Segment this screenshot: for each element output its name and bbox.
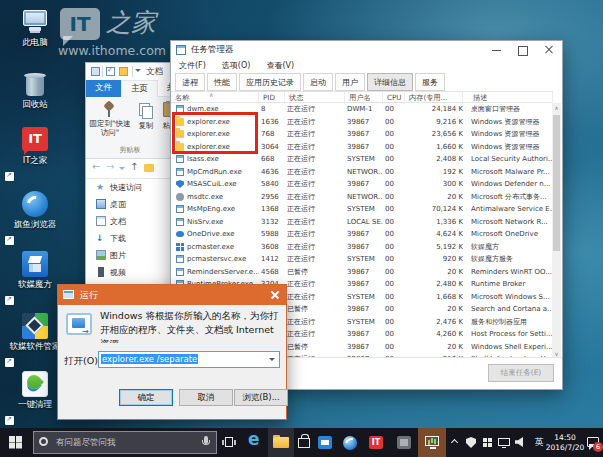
task-manager-button-active[interactable] [418,428,446,457]
menu-选项(O)[interactable]: 选项(O) [214,59,259,72]
copy-button[interactable]: 复制 [132,121,160,131]
cell-5: 20 K [407,266,463,279]
process-row[interactable]: NisSrv.exe3132正在运行LOCAL SE...001,336 KMi… [171,216,553,229]
desktop-icon-recycle-bin[interactable]: 回收站 [4,70,66,126]
sidebar-item-download[interactable]: 下载 [86,230,170,247]
scrollbar-thumb[interactable] [553,115,560,251]
maximize-button[interactable] [510,41,536,59]
minimize-button[interactable] [484,41,510,59]
windows-logo-icon [9,436,15,442]
ithome-icon: IT [369,436,383,449]
desktop-icon-label: IT之家 [4,156,66,165]
taskbar: 有问题尽管问我 IT 英 14:50 2016/7/20 6 [0,428,603,457]
copy-icon [139,103,152,117]
pin-to-quick-access-button[interactable]: 固定到"快速访问" [88,119,132,137]
tab-进程[interactable]: 进程 [175,73,205,91]
desktop-icon-ithome[interactable]: ITIT之家 [4,126,66,182]
defender-tray-icon[interactable] [463,428,479,457]
close-icon[interactable] [264,285,286,305]
hidden-icons-chevron[interactable] [450,428,462,457]
cell-2: 已暂停 [287,266,345,279]
cortana-search-box[interactable]: 有问题尽管问我 [33,431,217,454]
desktop-icon-fish-browser[interactable]: 旗鱼浏览器 [4,190,66,246]
close-button[interactable] [536,41,562,59]
sidebar-item-videos[interactable]: 视频 [86,264,170,281]
cell-4: 00 [385,266,405,279]
cell-6: Microsoft 分布式事务... [471,191,553,204]
process-row[interactable]: MsMpEng.exe1368正在运行SYSTEM0070,124 KAntim… [171,203,553,216]
sidebar-item-document[interactable]: 文档 [86,213,170,230]
sidebar-item-pictures[interactable]: 图片 [86,247,170,264]
app-gray-button[interactable] [392,428,416,457]
run-dialog-title: 运行 [80,289,98,302]
tab-应用历史记录[interactable]: 应用历史记录 [239,73,301,91]
task-view-button[interactable] [218,428,242,457]
process-name: MSASCuiL.exe [187,178,259,191]
window-process-icon [176,205,184,213]
scroll-up-arrow-icon[interactable] [552,103,561,113]
ok-button[interactable]: 确定 [119,389,173,406]
tab-启动[interactable]: 启动 [303,73,333,91]
scrollbar[interactable] [552,103,561,359]
cancel-button[interactable]: 取消 [179,389,233,406]
cell-5: 23,656 K [407,128,463,141]
network-tray-icon[interactable] [495,428,513,457]
cell-1: 2956 [261,191,285,204]
tab-用户[interactable]: 用户 [335,73,365,91]
process-row[interactable]: pcmastersvc.exe1412正在运行SYSTEM00920 K软媒魔方… [171,253,553,266]
qat-properties-icon[interactable] [106,67,115,76]
browse-button[interactable]: 浏览(B)... [234,389,288,406]
process-row[interactable]: MSASCuiL.exe5840正在运行3986700300 KWindows … [171,178,553,191]
cell-2: 正在运行 [287,191,345,204]
cell-name: pcmaster.exe [173,241,259,254]
run-dialog-titlebar[interactable]: 运行 [58,285,286,305]
back-arrow-icon[interactable] [92,161,100,172]
tab-详细信息[interactable]: 详细信息 [367,73,413,91]
qat-file-icon[interactable] [91,67,100,76]
file-explorer-button[interactable] [268,428,294,457]
volume-tray-icon[interactable] [513,428,531,457]
sidebar-item-star[interactable]: 快速访问 [86,179,170,196]
end-task-button[interactable]: 结束任务(E) [488,364,554,382]
cell-3: 39867 [347,128,383,141]
explorer-tab-主页[interactable]: 主页 [121,80,158,97]
store-button[interactable] [294,428,314,457]
process-row[interactable]: msdtc.exe2956正在运行NETWOR...0020 KMicrosof… [171,191,553,204]
process-row[interactable]: RemindersServer.e...4568已暂停398670020 KRe… [171,266,553,279]
run-command-input[interactable]: explorer.exe /separate [98,351,280,368]
menu-文件(F)[interactable]: 文件(F) [171,59,214,72]
desktop-icon-this-pc[interactable]: 此电脑 [4,8,66,64]
forward-arrow-icon[interactable] [106,161,114,172]
cell-4: 00 [385,228,405,241]
menu-查看(V)[interactable]: 查看(V) [258,59,302,72]
process-row[interactable]: pcmaster.exe3608正在运行39867005,192 K软媒魔方 [171,241,553,254]
explorer-window-title: 文档 [146,66,163,78]
clock[interactable]: 14:50 2016/7/20 [545,428,585,457]
explorer-tab-文件[interactable]: 文件 [86,80,121,97]
task-manager-titlebar[interactable]: 任务管理器 [171,41,562,59]
fish-browser-button[interactable] [338,428,362,457]
recent-locations-chevron-icon[interactable] [119,167,125,173]
process-name: MpCmdRun.exe [187,166,259,179]
ithome-button[interactable]: IT [364,428,388,457]
microphone-icon [202,440,210,445]
mofang-tray-icon[interactable] [479,428,495,457]
qat-customize-chevron-icon[interactable] [135,69,141,75]
edge-browser-button[interactable] [242,428,268,457]
action-center-button[interactable]: 6 [585,428,603,457]
up-arrow-icon[interactable] [130,161,138,172]
app-blue-button[interactable] [314,428,336,457]
start-button[interactable] [0,428,32,457]
combo-dropdown-chevron-icon[interactable] [269,358,275,364]
cell-3: SYSTEM [347,291,383,304]
qat-newfolder-icon[interactable] [119,67,128,76]
process-row[interactable]: MpCmdRun.exe4636正在运行NETWOR...00192 KMicr… [171,166,553,179]
recycle-bin-icon [20,70,50,98]
process-row[interactable]: OneDrive.exe5988正在运行39867004,624 KMicros… [171,228,553,241]
tab-性能[interactable]: 性能 [207,73,237,91]
sidebar-item-desktop[interactable]: 桌面 [86,196,170,213]
tab-服务[interactable]: 服务 [415,73,445,91]
cell-4: 00 [385,116,405,129]
cell-3: 39867 [347,278,383,291]
process-row[interactable]: lsass.exe668正在运行SYSTEM002,408 KLocal Sec… [171,153,553,166]
